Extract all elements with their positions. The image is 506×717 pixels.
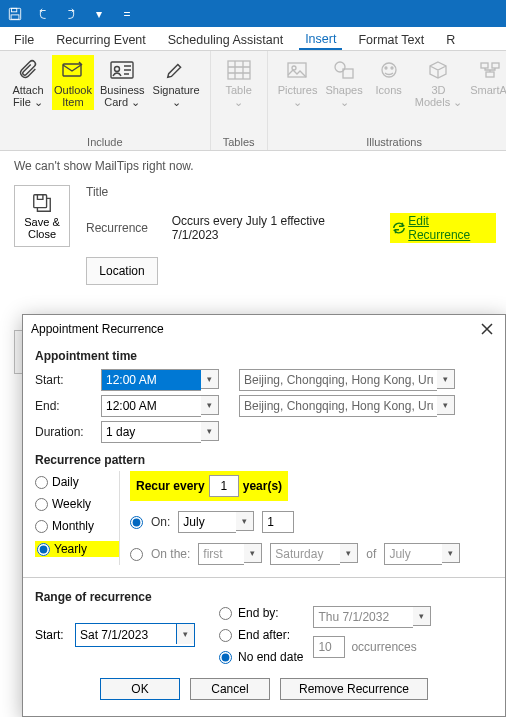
end-label: End: bbox=[35, 399, 95, 413]
chevron-down-icon[interactable]: ▾ bbox=[201, 395, 219, 415]
yearly-radio[interactable]: Yearly bbox=[35, 541, 119, 557]
chevron-down-icon[interactable]: ▾ bbox=[244, 543, 262, 563]
chevron-down-icon[interactable]: ▾ bbox=[437, 395, 455, 415]
duration-dropdown[interactable]: ▾ bbox=[101, 421, 219, 443]
chevron-down-icon[interactable]: ▾ bbox=[442, 543, 460, 563]
start-timezone-dropdown[interactable]: ▾ bbox=[239, 369, 455, 391]
undo-icon[interactable] bbox=[34, 5, 52, 23]
recur-every-years-input[interactable] bbox=[209, 475, 239, 497]
shapes-button[interactable]: Shapes ⌄ bbox=[323, 55, 364, 110]
edit-recurrence-link[interactable]: Edit Recurrence bbox=[390, 213, 496, 243]
cube-icon bbox=[424, 57, 452, 83]
svg-rect-15 bbox=[492, 63, 499, 68]
on-day-input[interactable] bbox=[262, 511, 294, 533]
end-by-radio[interactable] bbox=[219, 607, 232, 620]
tab-scheduling-assistant[interactable]: Scheduling Assistant bbox=[162, 31, 289, 49]
chevron-down-icon[interactable]: ▾ bbox=[437, 369, 455, 389]
svg-rect-17 bbox=[34, 195, 47, 208]
business-card-label: Business Card ⌄ bbox=[100, 84, 145, 108]
svg-point-12 bbox=[385, 67, 387, 69]
on-date-radio[interactable] bbox=[130, 516, 143, 529]
window-titlebar: ▾ = bbox=[0, 0, 506, 27]
svg-point-13 bbox=[391, 67, 393, 69]
signature-button[interactable]: Signature ⌄ bbox=[151, 55, 202, 110]
business-card-button[interactable]: Business Card ⌄ bbox=[98, 55, 147, 110]
occurrences-label: occurrences bbox=[351, 640, 416, 654]
table-button[interactable]: Table ⌄ bbox=[219, 55, 259, 110]
chevron-down-icon[interactable]: ▾ bbox=[201, 421, 219, 441]
smartart-button[interactable]: SmartAr bbox=[468, 55, 506, 98]
tab-recurring-event[interactable]: Recurring Event bbox=[50, 31, 152, 49]
duration-input[interactable] bbox=[101, 421, 201, 443]
no-end-date-radio[interactable] bbox=[219, 651, 232, 664]
on-the-ordinal-dropdown[interactable]: ▾ bbox=[198, 543, 262, 565]
tab-format-text[interactable]: Format Text bbox=[352, 31, 430, 49]
on-the-dow-value[interactable] bbox=[270, 543, 340, 565]
shapes-icon bbox=[330, 57, 358, 83]
on-the-dow-dropdown[interactable]: ▾ bbox=[270, 543, 358, 565]
save-close-icon bbox=[31, 192, 53, 214]
chevron-down-icon[interactable]: ▾ bbox=[176, 624, 194, 644]
daily-radio-label: Daily bbox=[52, 475, 79, 489]
save-icon[interactable] bbox=[6, 5, 24, 23]
svg-rect-6 bbox=[228, 61, 250, 79]
end-timezone-dropdown[interactable]: ▾ bbox=[239, 395, 455, 417]
ok-button[interactable]: OK bbox=[100, 678, 180, 700]
start-time-input[interactable] bbox=[101, 369, 201, 391]
end-by-date-dropdown[interactable]: ▾ bbox=[313, 606, 431, 628]
no-end-date-label: No end date bbox=[238, 650, 303, 664]
3d-models-button[interactable]: 3D Models ⌄ bbox=[413, 55, 465, 110]
end-time-dropdown[interactable]: ▾ bbox=[101, 395, 219, 417]
on-the-month-dropdown[interactable]: ▾ bbox=[384, 543, 460, 565]
range-start-date-dropdown[interactable]: ▾ bbox=[75, 623, 195, 647]
monthly-radio[interactable]: Monthly bbox=[35, 519, 119, 533]
pictures-button[interactable]: Pictures ⌄ bbox=[276, 55, 320, 110]
svg-rect-3 bbox=[63, 64, 81, 76]
card-icon bbox=[108, 57, 136, 83]
on-the-month-value[interactable] bbox=[384, 543, 442, 565]
chevron-down-icon[interactable]: ▾ bbox=[90, 5, 108, 23]
range-start-date-input[interactable] bbox=[76, 624, 176, 646]
redo-icon[interactable] bbox=[62, 5, 80, 23]
ribbon-group-tables-title: Tables bbox=[219, 134, 259, 148]
location-button[interactable]: Location bbox=[86, 257, 158, 285]
tab-file[interactable]: File bbox=[8, 31, 40, 49]
outlook-item-button[interactable]: Outlook Item bbox=[52, 55, 94, 110]
end-by-date-input[interactable] bbox=[313, 606, 413, 628]
end-after-count-input[interactable] bbox=[313, 636, 345, 658]
chevron-down-icon[interactable]: ▾ bbox=[201, 369, 219, 389]
chevron-down-icon[interactable]: ▾ bbox=[340, 543, 358, 563]
duration-label: Duration: bbox=[35, 425, 95, 439]
attach-file-button[interactable]: Attach File ⌄ bbox=[8, 55, 48, 110]
end-after-radio[interactable] bbox=[219, 629, 232, 642]
on-month-dropdown[interactable]: ▾ bbox=[178, 511, 254, 533]
daily-radio[interactable]: Daily bbox=[35, 475, 119, 489]
icons-icon bbox=[375, 57, 403, 83]
save-and-close-button[interactable]: Save & Close bbox=[14, 185, 70, 247]
start-time-dropdown[interactable]: ▾ bbox=[101, 369, 219, 391]
on-the-ordinal-value[interactable] bbox=[198, 543, 244, 565]
dialog-close-button[interactable] bbox=[477, 319, 497, 339]
separator bbox=[23, 577, 505, 578]
chevron-down-icon[interactable]: ▾ bbox=[413, 606, 431, 626]
qat-separator: = bbox=[118, 5, 136, 23]
table-label: Table ⌄ bbox=[226, 84, 252, 108]
title-label: Title bbox=[86, 185, 156, 199]
on-month-value[interactable] bbox=[178, 511, 236, 533]
tab-review-partial[interactable]: R bbox=[440, 31, 461, 49]
smartart-icon bbox=[476, 57, 504, 83]
on-the-radio[interactable] bbox=[130, 548, 143, 561]
monthly-radio-label: Monthly bbox=[52, 519, 94, 533]
remove-recurrence-button[interactable]: Remove Recurrence bbox=[280, 678, 428, 700]
chevron-down-icon[interactable]: ▾ bbox=[236, 511, 254, 531]
icons-button[interactable]: Icons bbox=[369, 55, 409, 98]
pictures-icon bbox=[284, 57, 312, 83]
weekly-radio[interactable]: Weekly bbox=[35, 497, 119, 511]
ribbon-group-include: Attach File ⌄ Outlook Item Business Card… bbox=[0, 51, 211, 150]
signature-icon bbox=[162, 57, 190, 83]
cancel-button[interactable]: Cancel bbox=[190, 678, 270, 700]
end-timezone-value bbox=[239, 395, 437, 417]
end-time-input[interactable] bbox=[101, 395, 201, 417]
shapes-label: Shapes ⌄ bbox=[325, 84, 362, 108]
tab-insert[interactable]: Insert bbox=[299, 30, 342, 50]
